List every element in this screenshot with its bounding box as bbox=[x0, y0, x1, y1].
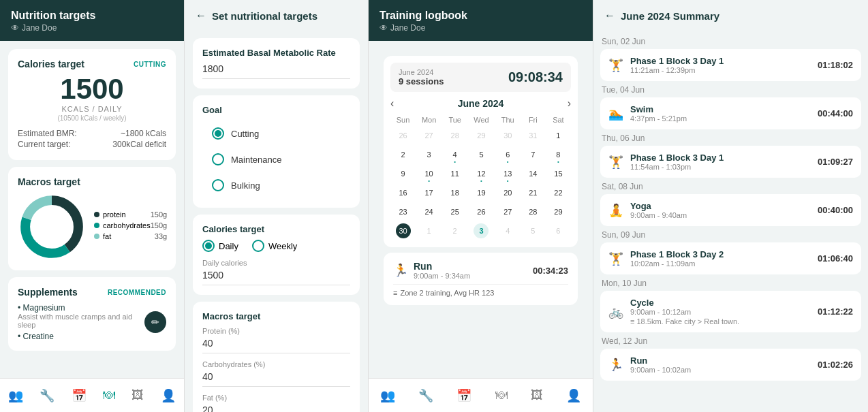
session-time: 11:54am - 1:03pm bbox=[630, 163, 811, 171]
cal-day[interactable]: 4 bbox=[495, 221, 521, 240]
session-date-header: Sat, 08 Jun bbox=[600, 182, 861, 191]
cal-day[interactable]: 7 bbox=[521, 145, 546, 164]
cutting-option[interactable]: Cutting bbox=[202, 121, 350, 146]
session-card[interactable]: 🏋️Phase 1 Block 3 Day 210:02am - 11:09am… bbox=[600, 242, 861, 274]
session-card[interactable]: 🏋️Phase 1 Block 3 Day 111:21am - 12:39pm… bbox=[600, 49, 861, 81]
group-nav-3[interactable]: 👥 bbox=[375, 385, 401, 406]
food-nav-icon[interactable]: 🍽 bbox=[97, 385, 121, 405]
cal-day[interactable]: 17 bbox=[416, 183, 442, 202]
weekly-radio[interactable] bbox=[252, 240, 264, 252]
cal-day[interactable]: 1 bbox=[416, 221, 442, 240]
session-card[interactable]: 🏊Swim4:37pm - 5:21pm00:44:00 bbox=[600, 97, 861, 129]
weekly-option[interactable]: Weekly bbox=[252, 240, 297, 252]
session-card[interactable]: 🚲Cycle9:00am - 10:12am≡ 18.5km. Fake cit… bbox=[600, 291, 861, 332]
cal-day[interactable]: 5 bbox=[521, 221, 546, 240]
cal-day[interactable]: 27 bbox=[416, 126, 442, 145]
photo-nav-icon[interactable]: 🖼 bbox=[126, 385, 149, 405]
cal-day[interactable]: 4 bbox=[442, 145, 467, 164]
cal-day[interactable]: 28 bbox=[442, 126, 467, 145]
session-info: Cycle9:00am - 10:12am≡ 18.5km. Fake city… bbox=[630, 298, 811, 326]
cal-day[interactable]: 26 bbox=[467, 202, 495, 221]
cal-day[interactable]: 11 bbox=[442, 164, 467, 183]
supplement-item: • Magnesium Assist with muscle cramps an… bbox=[18, 303, 144, 341]
cal-day[interactable]: 3 bbox=[467, 221, 495, 240]
cal-day[interactable]: 23 bbox=[390, 202, 416, 221]
dumbbell-nav-3[interactable]: 🔧 bbox=[413, 385, 439, 406]
session-icon: 🏋️ bbox=[608, 251, 623, 266]
cal-day[interactable]: 3 bbox=[416, 145, 442, 164]
cal-day[interactable]: 6 bbox=[546, 221, 571, 240]
cal-day[interactable]: 15 bbox=[546, 164, 571, 183]
cal-day[interactable]: 16 bbox=[390, 183, 416, 202]
cal-day[interactable]: 30 bbox=[390, 221, 416, 240]
photo-nav-3[interactable]: 🖼 bbox=[525, 385, 548, 405]
calendar-nav-icon[interactable]: 📅 bbox=[66, 385, 92, 406]
workout-time: 9:00am - 9:34am bbox=[414, 272, 470, 280]
workout-card[interactable]: 🏃 Run 9:00am - 9:34am 00:34:23 ≡ Zone 2 … bbox=[384, 253, 578, 305]
daily-radio[interactable] bbox=[202, 240, 215, 252]
cal-day[interactable]: 26 bbox=[390, 126, 416, 145]
bulking-option[interactable]: Bulking bbox=[202, 172, 350, 198]
calendar-nav-3[interactable]: 📅 bbox=[451, 385, 477, 406]
person-nav-3[interactable]: 👤 bbox=[561, 385, 587, 406]
group-nav-icon[interactable]: 👥 bbox=[3, 385, 29, 406]
cal-day[interactable]: 18 bbox=[442, 183, 467, 202]
session-card[interactable]: 🧘Yoga9:00am - 9:40am00:40:00 bbox=[600, 194, 861, 226]
back-button[interactable]: ← bbox=[196, 10, 206, 22]
cal-day[interactable]: 20 bbox=[495, 183, 521, 202]
session-time: 9:00am - 10:12am bbox=[630, 308, 811, 316]
cal-day[interactable]: 1 bbox=[546, 126, 571, 145]
session-name: Swim bbox=[630, 104, 811, 114]
cal-day[interactable]: 22 bbox=[546, 183, 571, 202]
bottom-nav-1: 👥 🔧 📅 🍽 🖼 👤 bbox=[0, 378, 184, 412]
daily-cal-label: Daily calories bbox=[202, 259, 350, 267]
cal-day[interactable]: 13 bbox=[495, 164, 521, 183]
cal-day[interactable]: 29 bbox=[467, 126, 495, 145]
edit-button[interactable]: ✏ bbox=[144, 311, 166, 333]
prev-month-button[interactable]: ‹ bbox=[390, 97, 394, 110]
carbs-field-value[interactable]: 40 bbox=[202, 371, 350, 387]
person-nav-icon[interactable]: 👤 bbox=[155, 385, 181, 406]
daily-option[interactable]: Daily bbox=[202, 240, 238, 252]
cal-day[interactable]: 9 bbox=[390, 164, 416, 183]
food-nav-3[interactable]: 🍽 bbox=[490, 385, 513, 405]
cal-day[interactable]: 21 bbox=[521, 183, 546, 202]
cal-month-small: June 2024 bbox=[399, 68, 444, 76]
cal-day[interactable]: 12 bbox=[467, 164, 495, 183]
cal-day[interactable]: 19 bbox=[467, 183, 495, 202]
bulking-radio[interactable] bbox=[212, 179, 224, 191]
cal-day[interactable]: 6 bbox=[495, 145, 521, 164]
workout-tag: ≡ Zone 2 training, Avg HR 123 bbox=[393, 284, 568, 297]
summary-back-button[interactable]: ← bbox=[604, 10, 615, 22]
session-card[interactable]: 🏋️Phase 1 Block 3 Day 111:54am - 1:03pm0… bbox=[600, 146, 861, 178]
maintenance-radio[interactable] bbox=[212, 153, 224, 165]
cal-day[interactable]: 27 bbox=[495, 202, 521, 221]
session-icon: 🏊 bbox=[608, 106, 623, 121]
maintenance-option[interactable]: Maintenance bbox=[202, 146, 350, 172]
nutrition-subtitle: 👁 Jane Doe bbox=[11, 23, 173, 33]
daily-cal-value[interactable]: 1500 bbox=[202, 270, 350, 285]
cal-day[interactable]: 2 bbox=[390, 145, 416, 164]
cal-day[interactable]: 5 bbox=[467, 145, 495, 164]
cal-day[interactable]: 2 bbox=[442, 221, 467, 240]
dumbbell-nav-icon[interactable]: 🔧 bbox=[34, 385, 60, 406]
cal-day[interactable]: 30 bbox=[495, 126, 521, 145]
cal-day[interactable]: 28 bbox=[521, 202, 546, 221]
cal-day[interactable]: 25 bbox=[442, 202, 467, 221]
session-name: Run bbox=[630, 355, 811, 366]
fat-field-value[interactable]: 20 bbox=[202, 405, 350, 412]
protein-field-value[interactable]: 40 bbox=[202, 338, 350, 353]
cutting-radio[interactable] bbox=[212, 127, 224, 140]
cal-day[interactable]: 10 bbox=[416, 164, 442, 183]
workout-name: Run bbox=[414, 261, 470, 272]
next-month-button[interactable]: › bbox=[568, 97, 571, 110]
cal-day[interactable]: 14 bbox=[521, 164, 546, 183]
cal-day[interactable]: 29 bbox=[546, 202, 571, 221]
protein-dot bbox=[94, 212, 99, 217]
cal-summary-left: June 2024 9 sessions bbox=[399, 68, 444, 86]
cal-day[interactable]: 31 bbox=[521, 126, 546, 145]
run-icon: 🏃 bbox=[393, 263, 408, 278]
cal-day[interactable]: 8 bbox=[546, 145, 571, 164]
cal-day[interactable]: 24 bbox=[416, 202, 442, 221]
session-card[interactable]: 🏃Run9:00am - 10:02am01:02:26 bbox=[600, 349, 861, 381]
